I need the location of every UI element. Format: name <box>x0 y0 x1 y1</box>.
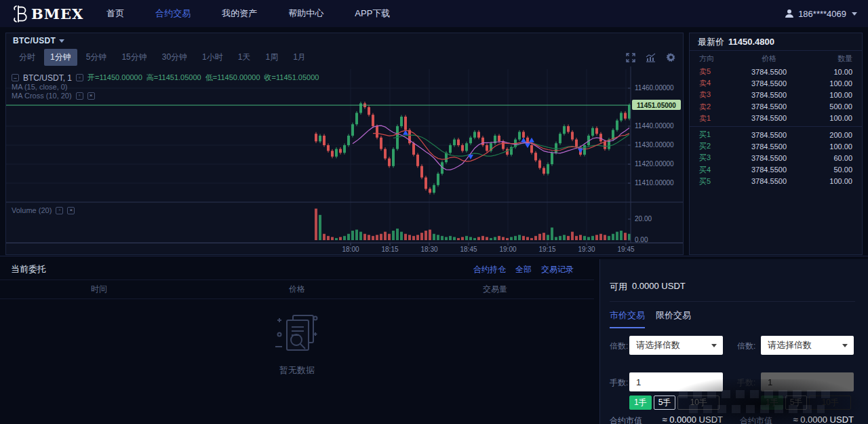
chart-tools <box>626 52 676 62</box>
ohlc-close: 收=11451.05000 <box>264 73 319 83</box>
leverage-placeholder: 请选择倍数 <box>636 339 680 351</box>
trade-tab[interactable]: 市价交易 <box>610 309 645 328</box>
svg-text:11410.00000: 11410.00000 <box>635 179 674 187</box>
tf[interactable]: 1小时 <box>196 49 229 66</box>
svg-text:11430.00000: 11430.00000 <box>635 141 674 149</box>
fullscreen-icon[interactable] <box>626 53 635 62</box>
brand-icon <box>11 3 28 24</box>
chart-series-title: BTC/USDT, 1 <box>23 73 72 83</box>
svg-text:0.00: 0.00 <box>635 236 648 244</box>
tf[interactable]: 15分钟 <box>115 49 153 66</box>
nav-item[interactable]: 帮助中心 <box>288 7 323 20</box>
svg-text:11440.00000: 11440.00000 <box>635 122 674 130</box>
orderbook-row[interactable]: 买13784.5500200.00 <box>690 129 862 140</box>
orderbook-header: 方向 价格 数量 <box>690 51 862 66</box>
col-price: 价格 <box>198 284 396 295</box>
orderbook-row[interactable]: 卖33784.5500100.00 <box>690 89 862 100</box>
nav-item[interactable]: 合约交易 <box>155 7 191 20</box>
tf[interactable]: 5分钟 <box>80 49 113 66</box>
orderbook-panel: 最新价 11450.4800 方向 价格 数量 卖53784.550010.00… <box>689 33 863 255</box>
leverage-label-right: 倍数: <box>737 341 755 352</box>
ma-cross-legend: MA Cross (10, 20) ◦ × <box>12 92 95 100</box>
orderbook-row[interactable]: 卖53784.550010.00 <box>690 66 862 77</box>
svg-text:18:00: 18:00 <box>342 246 359 253</box>
tf[interactable]: 1分钟 <box>44 49 77 66</box>
user-menu[interactable]: 186****4069 <box>785 9 857 19</box>
chart-svg[interactable]: 18:0018:1518:3018:4519:0019:1519:3019:45… <box>6 66 683 255</box>
col-time: 时间 <box>0 284 198 295</box>
section-divider <box>0 256 868 256</box>
pair-selector[interactable]: BTC/USDT <box>13 36 64 45</box>
olink[interactable]: 交易记录 <box>541 264 574 275</box>
tf[interactable]: 分时 <box>13 49 41 66</box>
divider <box>610 301 855 302</box>
indicator-settings-icon[interactable]: ◦ <box>76 92 83 100</box>
lot-button[interactable]: 1手 <box>761 396 783 410</box>
svg-text:11451.05000: 11451.05000 <box>637 102 676 109</box>
ohlc-low: 低=11450.00000 <box>205 73 260 83</box>
nav-item[interactable]: 我的资产 <box>222 7 257 20</box>
nav-item[interactable]: 首页 <box>106 7 124 20</box>
indicator-settings-icon[interactable]: ◦ <box>56 207 63 214</box>
lot-button[interactable]: 5手 <box>785 396 808 410</box>
tf[interactable]: 30分钟 <box>156 49 193 66</box>
nav-item[interactable]: APP下载 <box>355 7 390 20</box>
ma-cross-label: MA Cross (10, 20) <box>12 92 72 100</box>
orders-header: 当前委托 合约持仓全部交易记录 <box>0 259 594 280</box>
orderbook-row[interactable]: 买23784.5500100.00 <box>690 140 862 152</box>
available-balance: 可用 0.0000 USDT <box>610 281 686 293</box>
book-separator <box>690 126 862 127</box>
orders-links: 合约持仓全部交易记录 <box>473 264 574 275</box>
indicator-remove-icon[interactable]: × <box>87 92 95 100</box>
last-price-row: 最新价 11450.4800 <box>690 33 862 51</box>
nav-menu: 首页合约交易我的资产帮助中心APP下载 <box>106 7 390 20</box>
orderbook-row[interactable]: 卖13784.5500100.00 <box>690 113 862 124</box>
tf[interactable]: 1月 <box>287 49 312 66</box>
svg-text:19:15: 19:15 <box>538 246 555 253</box>
olink[interactable]: 合约持仓 <box>473 264 506 275</box>
lots-input-left[interactable] <box>629 372 723 391</box>
indicator-remove-icon[interactable]: × <box>67 207 75 214</box>
timeframes: 分时1分钟5分钟15分钟30分钟1小时1天1周1月 <box>13 49 312 66</box>
chevron-down-icon <box>852 12 857 16</box>
lot-button[interactable]: 1手 <box>629 396 652 410</box>
orderbook-row[interactable]: 卖23784.5500500.00 <box>690 101 862 113</box>
trade-tab[interactable]: 限价交易 <box>656 309 691 328</box>
brand-logo[interactable]: BMEX <box>11 3 83 24</box>
chart-panel: BTC/USDT 分时1分钟5分钟15分钟30分钟1小时1天1周1月 18:00… <box>5 33 684 255</box>
snapshot-icon[interactable]: ◦ <box>76 74 83 81</box>
chevron-down-icon <box>842 344 848 347</box>
asks: 卖53784.550010.00卖43784.5500100.00卖33784.… <box>690 66 862 124</box>
lot-buttons: 1手5手10手 <box>629 396 719 410</box>
pair-label: BTC/USDT <box>13 36 56 45</box>
col-price: 价格 <box>743 54 795 64</box>
collapse-icon[interactable]: – <box>12 74 19 81</box>
ohlc-open: 开=11450.00000 <box>87 73 142 83</box>
leverage-placeholder: 请选择倍数 <box>768 339 812 351</box>
indicators-icon[interactable] <box>646 53 656 62</box>
leverage-label-left: 倍数: <box>610 341 628 352</box>
svg-text:20.00: 20.00 <box>635 215 652 223</box>
lot-button[interactable]: 10手 <box>809 396 851 410</box>
chart-region: 18:0018:1518:3018:4519:0019:1519:3019:45… <box>6 66 683 255</box>
tf[interactable]: 1天 <box>232 49 257 66</box>
orderbook-row[interactable]: 买33784.550060.00 <box>690 152 862 163</box>
orderbook-row[interactable]: 卖43784.5500100.00 <box>690 77 862 89</box>
svg-text:11420.00000: 11420.00000 <box>635 160 674 168</box>
lot-button[interactable]: 5手 <box>654 396 676 410</box>
lots-input-right[interactable] <box>761 372 854 391</box>
lot-button[interactable]: 10手 <box>677 396 719 410</box>
leverage-select-left[interactable]: 请选择倍数 <box>629 336 723 355</box>
svg-text:18:30: 18:30 <box>420 246 437 253</box>
available-value: 0.0000 USDT <box>632 281 686 293</box>
orderbook-row[interactable]: 买53784.5500100.00 <box>690 176 862 187</box>
ma-legend: MA (15, close, 0) <box>12 83 68 91</box>
settings-gear-icon[interactable] <box>666 52 676 62</box>
ma-legend-label: MA (15, close, 0) <box>12 83 68 91</box>
orderbook-row[interactable]: 买43784.550050.00 <box>690 164 862 176</box>
olink[interactable]: 全部 <box>515 264 532 275</box>
leverage-select-right[interactable]: 请选择倍数 <box>761 336 854 355</box>
last-price-label: 最新价 <box>698 36 724 48</box>
svg-text:18:45: 18:45 <box>460 246 477 253</box>
tf[interactable]: 1周 <box>259 49 284 66</box>
